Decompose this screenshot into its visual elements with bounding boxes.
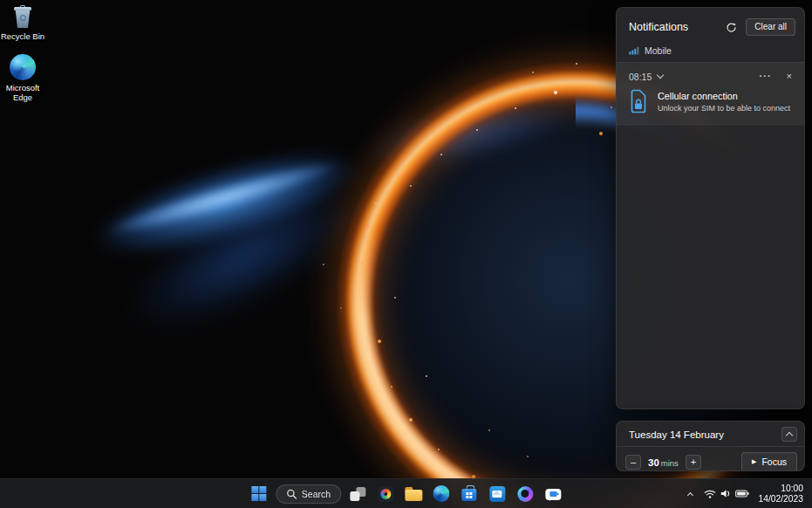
focus-increase-button[interactable]: + — [686, 455, 701, 470]
clear-all-button[interactable]: Clear all — [746, 18, 795, 36]
notification-group-label: Mobile — [645, 45, 672, 56]
search-icon — [286, 489, 297, 499]
recycle-bin-icon — [12, 5, 33, 29]
desktop-icon-label: Recycle Bin — [1, 31, 44, 41]
taskbar: Search — [0, 478, 812, 508]
desktop-icon-label: Microsoft Edge — [0, 83, 47, 102]
task-view-icon — [350, 487, 365, 501]
start-button[interactable] — [248, 483, 270, 505]
desktop-icon-recycle-bin[interactable]: Recycle Bin — [0, 5, 47, 41]
toast-body-text: Unlock your SIM to be able to connect — [658, 104, 790, 113]
desktop-icon-microsoft-edge[interactable]: Microsoft Edge — [0, 54, 47, 102]
chevron-down-icon[interactable] — [657, 72, 664, 79]
notification-settings-icon[interactable] — [723, 19, 739, 35]
taskbar-app-microsoft-edge[interactable] — [430, 483, 453, 505]
notification-group-header: Mobile — [617, 44, 804, 62]
clock-date: 14/02/2023 — [758, 494, 803, 505]
notification-center: Notifications Clear all Mobile — [616, 7, 805, 409]
speaker-icon — [720, 489, 731, 498]
search-label: Search — [302, 489, 331, 499]
task-view-button[interactable] — [346, 483, 369, 505]
wallpaper-particles — [0, 0, 2, 2]
calendar-flyout: Tuesday 14 February – 30mins + ▶ Focus — [616, 421, 805, 471]
battery-icon — [735, 490, 749, 498]
windows-logo-icon — [251, 486, 266, 501]
mail-envelope-icon — [489, 486, 505, 502]
toast-time: 08:15 — [629, 72, 652, 82]
focus-duration: 30mins — [648, 457, 679, 468]
notification-toast[interactable]: 08:15 ··· × Cellular connection Unlock y… — [617, 62, 804, 127]
focus-start-button[interactable]: ▶ Focus — [741, 452, 797, 471]
focus-button-label: Focus — [761, 457, 787, 467]
play-icon: ▶ — [752, 458, 756, 465]
notification-header: Notifications Clear all — [617, 8, 804, 44]
calendar-date-label[interactable]: Tuesday 14 February — [629, 429, 724, 440]
focus-decrease-button[interactable]: – — [625, 455, 641, 470]
edge-icon — [10, 54, 36, 80]
edge-icon — [433, 485, 450, 502]
chevron-up-icon — [687, 491, 693, 498]
sim-lock-icon — [629, 89, 648, 113]
chat-bubble-icon — [545, 489, 561, 500]
focus-duration-value: 30 — [648, 457, 659, 468]
taskbar-app-file-explorer[interactable] — [402, 483, 425, 505]
taskbar-app-microsoft-store[interactable] — [458, 483, 481, 505]
clock-time: 10:00 — [758, 484, 803, 494]
show-hidden-icons-button[interactable] — [686, 487, 695, 501]
cellular-signal-icon — [629, 46, 639, 55]
taskbar-clock[interactable]: 10:00 14/02/2023 — [758, 484, 805, 504]
taskbar-app-chat[interactable] — [542, 483, 564, 505]
photos-icon — [378, 486, 393, 502]
focus-duration-unit: mins — [661, 458, 679, 468]
taskbar-app-clipchamp[interactable] — [514, 483, 536, 505]
calendar-collapse-button[interactable] — [781, 427, 797, 442]
taskbar-app-photos[interactable] — [374, 483, 397, 505]
toast-close-button[interactable]: × — [785, 70, 794, 83]
wifi-icon — [704, 489, 716, 498]
refresh-icon — [726, 22, 737, 33]
store-bag-icon — [462, 489, 477, 501]
toast-more-button[interactable]: ··· — [758, 70, 774, 83]
toast-title: Cellular connection — [658, 91, 790, 101]
taskbar-app-outlook[interactable] — [486, 483, 508, 505]
folder-icon — [405, 487, 422, 501]
quick-settings-button[interactable] — [701, 485, 752, 502]
taskbar-search[interactable]: Search — [276, 484, 341, 504]
screen: Recycle Bin Microsoft Edge Notifications… — [0, 0, 812, 508]
notifications-title: Notifications — [629, 21, 688, 33]
chevron-up-icon — [786, 432, 793, 439]
color-ring-icon — [517, 486, 533, 502]
